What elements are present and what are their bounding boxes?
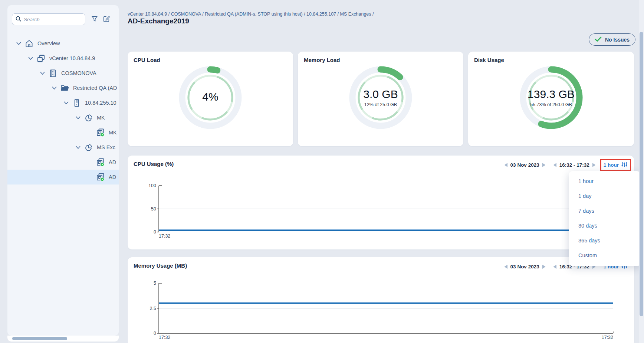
svg-text:50: 50 <box>151 206 156 212</box>
sidebar: OverviewvCenter 10.84.84.9COSMONOVARestr… <box>7 5 119 336</box>
cpu-load-card: CPU Load 4% <box>128 52 293 146</box>
tree-item-vcenter-10-84-84-9[interactable]: vCenter 10.84.84.9 <box>7 51 119 66</box>
edit-icon[interactable] <box>102 14 111 24</box>
cpu-usage-card: CPU Usage (%) 03 Nov 202316:32 - 17:321 … <box>128 156 634 249</box>
interval-option-30-days[interactable]: 30 days <box>569 218 641 233</box>
memory-load-gauge: 3.0 GB 12% of 25.0 GB <box>345 62 416 133</box>
disk-usage-gauge: 139.3 GB 55.73% of 250.0 GB <box>516 62 586 133</box>
tree-item-mk[interactable]: MK <box>7 110 119 125</box>
tree-item-label: COSMONOVA <box>61 70 96 76</box>
tree-item-restricted-qa-ad[interactable]: Restricted QA (AD <box>7 81 119 95</box>
interval-option-7-days[interactable]: 7 days <box>569 203 641 218</box>
svg-text:5: 5 <box>154 281 156 286</box>
search-icon <box>15 16 22 23</box>
tree-item-label: AD <box>109 159 116 165</box>
search-input[interactable] <box>24 17 72 22</box>
interval-dropdown-menu: 1 hour1 day7 days30 days365 daysCustom <box>569 171 641 266</box>
page-scrollbar-thumb[interactable] <box>640 32 643 316</box>
sidebar-toolbar <box>7 5 119 25</box>
tree-item-cosmonova[interactable]: COSMONOVA <box>7 66 119 81</box>
chevron-down-icon[interactable] <box>40 72 45 75</box>
datacenter-icon <box>49 69 58 78</box>
vm-icon <box>96 158 105 167</box>
tree-item-label: AD <box>109 174 116 180</box>
sidebar-scrollbar-thumb[interactable] <box>12 337 67 340</box>
svg-text:0: 0 <box>154 229 156 235</box>
interval-option-365-days[interactable]: 365 days <box>569 233 641 248</box>
page-title: AD-Exchange2019 <box>128 17 189 25</box>
tree-item-overview[interactable]: Overview <box>7 36 119 51</box>
tree-item-label: vCenter 10.84.84.9 <box>49 55 95 61</box>
chevron-down-icon[interactable] <box>76 146 81 149</box>
disk-usage-title: Disk Usage <box>474 57 504 63</box>
vm-icon <box>96 173 105 182</box>
tree-item-label: Overview <box>37 40 60 46</box>
interval-option-custom[interactable]: Custom <box>569 248 641 263</box>
interval-option-1-day[interactable]: 1 day <box>569 189 641 203</box>
filter-icon[interactable] <box>90 14 99 24</box>
svg-text:17:32: 17:32 <box>602 335 613 340</box>
breadcrumb[interactable]: vCenter 10.84.84.9 / COSMONOVA / Restric… <box>128 12 374 17</box>
cpu-usage-chart: 10050017:32 <box>128 156 634 249</box>
svg-text:0: 0 <box>154 331 156 336</box>
tree-item-ad[interactable]: AD <box>7 170 119 184</box>
host-icon <box>72 99 81 107</box>
navigation-tree: OverviewvCenter 10.84.84.9COSMONOVARestr… <box>7 36 119 184</box>
vcenter-icon <box>37 54 46 63</box>
status-badge[interactable]: No Issues <box>589 33 635 46</box>
svg-text:100: 100 <box>148 183 156 188</box>
tree-item-label: 10.84.255.10 <box>85 100 116 106</box>
page-vertical-scrollbar[interactable] <box>639 0 644 343</box>
tree-item-10-84-255-10[interactable]: 10.84.255.10 <box>7 95 119 110</box>
check-icon <box>595 36 602 43</box>
home-icon <box>25 39 34 48</box>
memory-load-card: Memory Load 3.0 GB 12% of 25.0 GB <box>298 52 463 146</box>
folder-icon <box>60 84 69 92</box>
tree-item-label: Restricted QA (AD <box>73 85 117 91</box>
pool-icon <box>84 143 93 152</box>
tree-item-label: MK <box>109 130 117 135</box>
interval-option-1-hour[interactable]: 1 hour <box>569 174 641 189</box>
search-box[interactable] <box>12 13 85 25</box>
tree-item-label: MS Exc <box>97 144 115 150</box>
svg-text:2.5: 2.5 <box>150 306 156 311</box>
disk-usage-card: Disk Usage 139.3 GB 55.73% of 250.0 GB <box>468 52 634 146</box>
svg-text:17:32: 17:32 <box>159 335 170 340</box>
svg-text:17:32: 17:32 <box>159 233 170 239</box>
cpu-load-gauge: 4% <box>175 62 246 133</box>
cpu-load-title: CPU Load <box>134 57 160 63</box>
chevron-down-icon[interactable] <box>64 101 69 105</box>
memory-usage-chart: 52.5017:3217:32 <box>128 257 634 343</box>
tree-item-mk[interactable]: MK <box>7 125 119 140</box>
memory-load-title: Memory Load <box>304 57 340 63</box>
tree-item-ms-exc[interactable]: MS Exc <box>7 140 119 155</box>
status-badge-label: No Issues <box>605 37 630 43</box>
sidebar-horizontal-scrollbar[interactable] <box>7 336 119 342</box>
memory-usage-card: Memory Usage (MB) 03 Nov 202316:32 - 17:… <box>128 257 634 343</box>
chevron-down-icon[interactable] <box>52 86 57 90</box>
tree-item-ad[interactable]: AD <box>7 155 119 170</box>
chevron-down-icon[interactable] <box>16 42 22 45</box>
chevron-down-icon[interactable] <box>76 116 81 120</box>
vm-icon <box>96 128 105 137</box>
pool-icon <box>84 114 93 122</box>
chevron-down-icon[interactable] <box>28 57 33 60</box>
tree-item-label: MK <box>97 115 105 121</box>
